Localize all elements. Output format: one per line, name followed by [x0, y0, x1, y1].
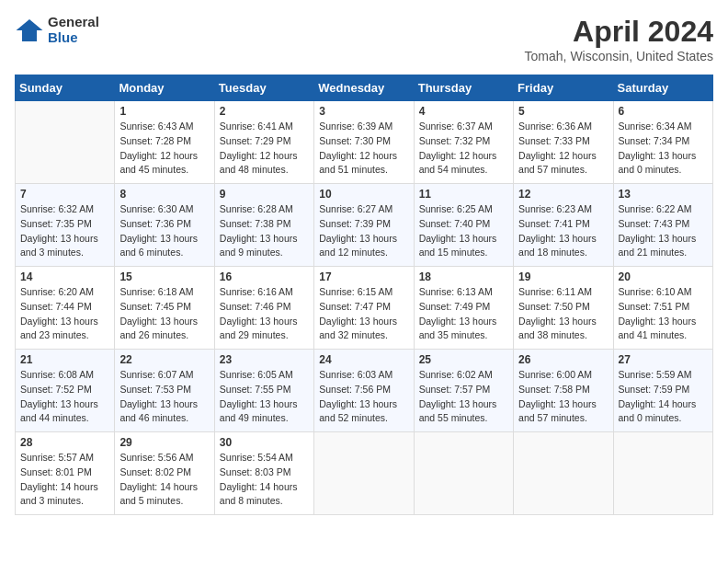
sunrise: Sunrise: 6:32 AM: [20, 203, 94, 214]
calendar-cell: 13 Sunrise: 6:22 AM Sunset: 7:43 PM Dayl…: [613, 184, 712, 267]
sunrise: Sunrise: 6:00 AM: [518, 369, 592, 380]
daylight: Daylight: 13 hours and 3 minutes.: [20, 233, 98, 259]
day-info: Sunrise: 5:56 AM Sunset: 8:02 PM Dayligh…: [119, 451, 209, 509]
sunrise: Sunrise: 6:43 AM: [119, 121, 193, 132]
day-number: 29: [119, 436, 209, 449]
sunrise: Sunrise: 6:02 AM: [419, 369, 493, 380]
sunset: Sunset: 7:43 PM: [619, 218, 690, 229]
day-info: Sunrise: 6:22 AM Sunset: 7:43 PM Dayligh…: [619, 202, 708, 260]
day-number: 19: [518, 270, 608, 283]
day-number: 11: [419, 188, 508, 201]
day-number: 13: [619, 188, 708, 201]
calendar-header-thursday: Thursday: [414, 75, 513, 101]
sunrise: Sunrise: 6:27 AM: [319, 203, 392, 214]
sunset: Sunset: 8:01 PM: [20, 466, 92, 477]
sunrise: Sunrise: 6:10 AM: [619, 286, 692, 297]
daylight: Daylight: 13 hours and 21 minutes.: [619, 233, 697, 259]
day-number: 30: [220, 436, 309, 449]
sunset: Sunset: 7:49 PM: [419, 301, 491, 312]
daylight: Daylight: 13 hours and 38 minutes.: [518, 316, 597, 341]
sunset: Sunset: 7:29 PM: [220, 135, 291, 146]
day-info: Sunrise: 6:03 AM Sunset: 7:56 PM Dayligh…: [319, 368, 408, 426]
sunrise: Sunrise: 6:39 AM: [319, 121, 392, 132]
day-info: Sunrise: 6:30 AM Sunset: 7:36 PM Dayligh…: [119, 202, 209, 260]
daylight: Daylight: 14 hours and 5 minutes.: [119, 481, 198, 507]
day-info: Sunrise: 5:54 AM Sunset: 8:03 PM Dayligh…: [220, 451, 309, 509]
day-number: 10: [319, 188, 408, 201]
daylight: Daylight: 13 hours and 9 minutes.: [220, 233, 298, 259]
logo: General Blue: [15, 15, 99, 45]
day-number: 28: [20, 436, 109, 449]
sunset: Sunset: 7:52 PM: [20, 384, 92, 395]
sunrise: Sunrise: 6:20 AM: [20, 286, 94, 297]
calendar-cell: 23 Sunrise: 6:05 AM Sunset: 7:55 PM Dayl…: [214, 350, 313, 432]
sunset: Sunset: 7:40 PM: [419, 218, 491, 229]
day-info: Sunrise: 6:02 AM Sunset: 7:57 PM Dayligh…: [419, 368, 508, 426]
daylight: Daylight: 12 hours and 48 minutes.: [220, 150, 298, 176]
day-number: 24: [319, 353, 408, 366]
daylight: Daylight: 13 hours and 12 minutes.: [319, 233, 397, 259]
calendar-cell: 25 Sunrise: 6:02 AM Sunset: 7:57 PM Dayl…: [414, 350, 513, 432]
sunset: Sunset: 7:28 PM: [119, 135, 191, 146]
sunset: Sunset: 7:45 PM: [119, 301, 191, 312]
day-info: Sunrise: 6:00 AM Sunset: 7:58 PM Dayligh…: [518, 368, 608, 426]
day-info: Sunrise: 6:18 AM Sunset: 7:45 PM Dayligh…: [119, 285, 209, 343]
sunrise: Sunrise: 6:37 AM: [419, 121, 493, 132]
day-number: 23: [220, 353, 309, 366]
calendar-cell: 5 Sunrise: 6:36 AM Sunset: 7:33 PM Dayli…: [514, 101, 613, 184]
sunrise: Sunrise: 6:41 AM: [220, 121, 293, 132]
calendar-cell: 16 Sunrise: 6:16 AM Sunset: 7:46 PM Dayl…: [214, 267, 313, 350]
sunrise: Sunrise: 6:36 AM: [518, 121, 592, 132]
daylight: Daylight: 14 hours and 0 minutes.: [619, 398, 697, 424]
daylight: Daylight: 13 hours and 55 minutes.: [419, 398, 497, 424]
day-number: 14: [20, 270, 109, 283]
calendar-cell: 18 Sunrise: 6:13 AM Sunset: 7:49 PM Dayl…: [414, 267, 513, 350]
calendar-cell: 12 Sunrise: 6:23 AM Sunset: 7:41 PM Dayl…: [514, 184, 613, 267]
sunrise: Sunrise: 6:07 AM: [119, 369, 193, 380]
sunrise: Sunrise: 6:08 AM: [20, 369, 94, 380]
calendar-cell: [414, 432, 513, 515]
day-info: Sunrise: 6:32 AM Sunset: 7:35 PM Dayligh…: [20, 202, 109, 260]
sunrise: Sunrise: 6:23 AM: [518, 203, 592, 214]
calendar-header-tuesday: Tuesday: [214, 75, 313, 101]
day-number: 21: [20, 353, 109, 366]
day-number: 15: [119, 270, 209, 283]
calendar-cell: [314, 432, 414, 515]
logo-blue: Blue: [48, 30, 99, 46]
daylight: Daylight: 13 hours and 6 minutes.: [119, 233, 198, 259]
calendar-cell: 22 Sunrise: 6:07 AM Sunset: 7:53 PM Dayl…: [115, 350, 214, 432]
calendar-cell: 17 Sunrise: 6:15 AM Sunset: 7:47 PM Dayl…: [314, 267, 414, 350]
calendar-cell: 3 Sunrise: 6:39 AM Sunset: 7:30 PM Dayli…: [314, 101, 414, 184]
daylight: Daylight: 12 hours and 54 minutes.: [419, 150, 497, 176]
day-info: Sunrise: 5:59 AM Sunset: 7:59 PM Dayligh…: [619, 368, 708, 426]
calendar-cell: 21 Sunrise: 6:08 AM Sunset: 7:52 PM Dayl…: [16, 350, 115, 432]
calendar-cell: [16, 101, 115, 184]
calendar-week-row: 1 Sunrise: 6:43 AM Sunset: 7:28 PM Dayli…: [16, 101, 713, 184]
calendar-cell: 11 Sunrise: 6:25 AM Sunset: 7:40 PM Dayl…: [414, 184, 513, 267]
calendar-cell: 7 Sunrise: 6:32 AM Sunset: 7:35 PM Dayli…: [16, 184, 115, 267]
day-info: Sunrise: 6:37 AM Sunset: 7:32 PM Dayligh…: [419, 120, 508, 178]
calendar-cell: 29 Sunrise: 5:56 AM Sunset: 8:02 PM Dayl…: [115, 432, 214, 515]
calendar-cell: 24 Sunrise: 6:03 AM Sunset: 7:56 PM Dayl…: [314, 350, 414, 432]
sunset: Sunset: 7:46 PM: [220, 301, 291, 312]
calendar-cell: [514, 432, 613, 515]
sunrise: Sunrise: 6:03 AM: [319, 369, 392, 380]
day-info: Sunrise: 6:27 AM Sunset: 7:39 PM Dayligh…: [319, 202, 408, 260]
day-info: Sunrise: 5:57 AM Sunset: 8:01 PM Dayligh…: [20, 451, 109, 509]
calendar-header-sunday: Sunday: [16, 75, 115, 101]
sunset: Sunset: 8:02 PM: [119, 466, 191, 477]
day-info: Sunrise: 6:11 AM Sunset: 7:50 PM Dayligh…: [518, 285, 608, 343]
day-number: 22: [119, 353, 209, 366]
sunrise: Sunrise: 5:54 AM: [220, 452, 293, 463]
calendar-cell: 15 Sunrise: 6:18 AM Sunset: 7:45 PM Dayl…: [115, 267, 214, 350]
day-number: 25: [419, 353, 508, 366]
sunset: Sunset: 7:44 PM: [20, 301, 92, 312]
calendar-cell: 2 Sunrise: 6:41 AM Sunset: 7:29 PM Dayli…: [214, 101, 313, 184]
day-info: Sunrise: 6:13 AM Sunset: 7:49 PM Dayligh…: [419, 285, 508, 343]
daylight: Daylight: 13 hours and 49 minutes.: [220, 398, 298, 424]
logo-general: General: [48, 15, 99, 30]
day-number: 16: [220, 270, 309, 283]
day-number: 18: [419, 270, 508, 283]
sunrise: Sunrise: 6:30 AM: [119, 203, 193, 214]
sunrise: Sunrise: 5:57 AM: [20, 452, 94, 463]
